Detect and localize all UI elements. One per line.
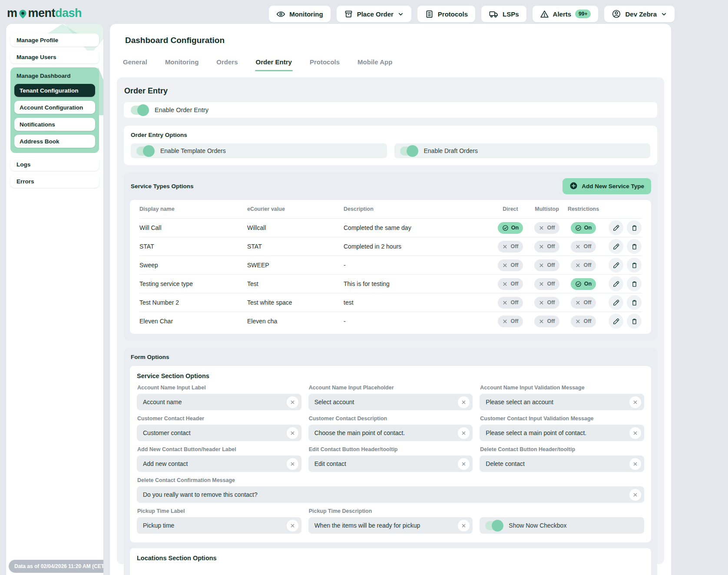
restrictions-toggle-badge[interactable]: On (571, 222, 596, 234)
protocols-button[interactable]: Protocols (417, 6, 475, 22)
edit-contact-tooltip-input[interactable]: Edit contact (308, 455, 473, 472)
warning-triangle-icon (540, 10, 549, 19)
multistop-toggle-badge[interactable]: Off (534, 259, 559, 271)
delete-contact-tooltip-input[interactable]: Delete contact (480, 455, 644, 472)
multistop-toggle-badge[interactable]: Off (534, 222, 559, 234)
account-name-placeholder-input[interactable]: Select account (308, 394, 473, 410)
delete-button[interactable] (627, 314, 642, 329)
tab-protocols[interactable]: Protocols (310, 58, 340, 71)
sidebar-item-account-configuration[interactable]: Account Configuration (14, 101, 95, 114)
add-new-service-type-button[interactable]: Add New Service Type (563, 178, 651, 194)
x-icon (502, 244, 508, 249)
clear-input-button[interactable] (629, 489, 641, 501)
customer-contact-header-input[interactable]: Customer contact (137, 425, 301, 441)
check-circle-icon (575, 281, 582, 287)
tab-general[interactable]: General (123, 58, 147, 71)
restrictions-toggle-badge[interactable]: Off (571, 316, 596, 327)
lsps-button[interactable]: LSPs (481, 6, 526, 22)
order-box-icon (344, 10, 353, 19)
delete-button[interactable] (627, 239, 642, 254)
field-label: Customer Contact Input Validation Messag… (480, 415, 644, 422)
clear-input-button[interactable] (458, 427, 470, 439)
clear-input-button[interactable] (287, 396, 298, 408)
sidebar-group-label[interactable]: Manage Dashboard (14, 71, 95, 84)
clear-input-button[interactable] (629, 427, 641, 439)
multistop-toggle-badge[interactable]: Off (534, 297, 559, 309)
restrictions-toggle-badge[interactable]: Off (571, 297, 596, 309)
sidebar-item-logs[interactable]: Logs (10, 158, 99, 171)
edit-button[interactable] (609, 239, 623, 254)
service-section-options-card: Service Section Options Account Name Inp… (130, 366, 651, 542)
x-icon (575, 244, 581, 249)
delete-button[interactable] (627, 220, 642, 235)
tab-monitoring[interactable]: Monitoring (165, 58, 199, 71)
edit-button[interactable] (609, 276, 623, 291)
edit-button[interactable] (609, 258, 623, 273)
show-now-checkbox-toggle[interactable] (485, 521, 503, 530)
restrictions-toggle-badge[interactable]: Off (571, 241, 596, 253)
clear-input-button[interactable] (458, 458, 470, 470)
direct-toggle-badge[interactable]: Off (498, 278, 523, 290)
pickup-time-description-input[interactable]: When the items will be ready for pickup (308, 517, 473, 534)
restrictions-toggle-badge[interactable]: Off (571, 259, 596, 271)
alerts-button[interactable]: Alerts 99+ (533, 6, 599, 22)
brand-text-accent: dash (55, 7, 82, 20)
sidebar-item-tenant-configuration[interactable]: Tenant Configuration (14, 84, 95, 97)
monitoring-button[interactable]: Monitoring (269, 6, 330, 22)
clear-input-button[interactable] (458, 520, 470, 532)
table-row: Eleven Char Eleven cha - Off Off Off (139, 312, 642, 330)
customer-contact-validation-input[interactable]: Please select a main point of contact. (480, 425, 644, 441)
trash-icon (631, 243, 638, 250)
direct-toggle-badge[interactable]: Off (498, 241, 523, 253)
direct-toggle-badge[interactable]: On (498, 222, 523, 234)
delete-button[interactable] (627, 295, 642, 310)
sidebar-item-errors[interactable]: Errors (10, 175, 99, 188)
edit-button[interactable] (609, 295, 623, 310)
tab-orders[interactable]: Orders (216, 58, 238, 71)
add-new-contact-label-input[interactable]: Add new contact (137, 455, 301, 472)
multistop-toggle-badge[interactable]: Off (534, 316, 559, 327)
delete-contact-confirmation-input[interactable]: Do you really want to remove this contac… (137, 486, 644, 503)
account-name-validation-input[interactable]: Please select an account (480, 394, 644, 410)
locations-section-options-card: Locations Section Options (130, 548, 651, 575)
tab-order-entry[interactable]: Order Entry (256, 58, 292, 71)
direct-toggle-badge[interactable]: Off (498, 297, 523, 309)
edit-button[interactable] (609, 220, 623, 235)
user-menu-button[interactable]: Dev Zebra (604, 6, 675, 22)
service-types-table: Display name eCourier value Description … (130, 200, 651, 334)
multistop-toggle-badge[interactable]: Off (534, 278, 559, 290)
sidebar-item-address-book[interactable]: Address Book (14, 135, 95, 148)
account-name-label-input[interactable]: Account name (137, 394, 301, 410)
clear-input-button[interactable] (458, 396, 470, 408)
truck-icon (489, 9, 499, 19)
form-options-panel: Form Options Service Section Options Acc… (124, 348, 657, 575)
sidebar-item-notifications[interactable]: Notifications (14, 118, 95, 131)
location-pin-icon (18, 9, 28, 19)
clear-input-button[interactable] (629, 458, 641, 470)
sidebar-item-manage-users[interactable]: Manage Users (10, 50, 99, 63)
show-now-checkbox-label: Show Now Checkbox (509, 522, 566, 529)
table-row: Sweep SWEEP - Off Off Off (139, 256, 642, 274)
delete-button[interactable] (627, 258, 642, 273)
clear-input-button[interactable] (287, 520, 298, 532)
sidebar: Manage Profile Manage Users Manage Dashb… (6, 24, 103, 575)
enable-template-orders-toggle[interactable] (136, 146, 154, 156)
customer-contact-description-input[interactable]: Choose the main point of contact. (308, 425, 473, 441)
clear-input-button[interactable] (287, 458, 298, 470)
place-order-button[interactable]: Place Order (337, 6, 411, 22)
pencil-icon (612, 224, 620, 232)
direct-toggle-badge[interactable]: Off (498, 259, 523, 271)
brand-logo[interactable]: m ment dash (7, 7, 82, 20)
restrictions-toggle-badge[interactable]: On (571, 278, 596, 290)
multistop-toggle-badge[interactable]: Off (534, 241, 559, 253)
clear-input-button[interactable] (287, 427, 298, 439)
delete-button[interactable] (627, 276, 642, 291)
edit-button[interactable] (609, 314, 623, 329)
tab-mobile-app[interactable]: Mobile App (357, 58, 392, 71)
direct-toggle-badge[interactable]: Off (498, 316, 523, 327)
pickup-time-label-input[interactable]: Pickup time (137, 517, 301, 534)
sidebar-item-manage-profile[interactable]: Manage Profile (10, 33, 99, 47)
clear-input-button[interactable] (629, 396, 641, 408)
enable-draft-orders-toggle[interactable] (400, 146, 417, 156)
enable-order-entry-toggle[interactable] (131, 106, 148, 115)
